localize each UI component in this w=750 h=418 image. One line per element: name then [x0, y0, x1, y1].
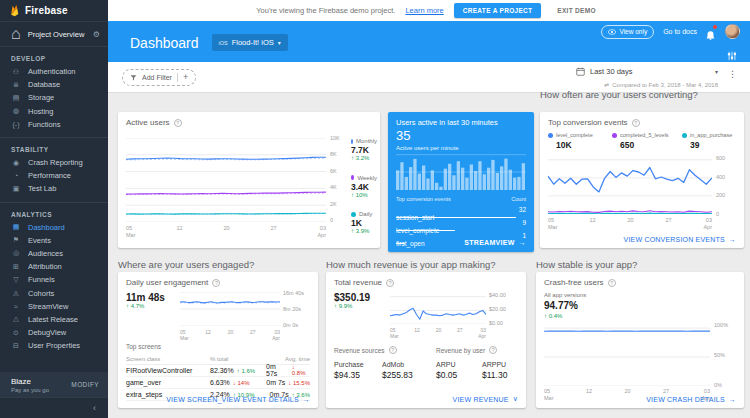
y-tick: 8m 20s — [283, 306, 309, 312]
sidebar-item-cohorts[interactable]: ◬Cohorts — [0, 286, 108, 299]
sidebar-item-functions[interactable]: (-)Functions — [0, 118, 108, 131]
x-tick: 20 — [627, 217, 633, 230]
help-icon[interactable]: ? — [389, 346, 397, 354]
revenue-delta: ↑ 9.9% — [334, 303, 370, 309]
x-tick: 12 — [589, 217, 595, 230]
nav-label: Test Lab — [28, 184, 56, 193]
help-icon[interactable]: ? — [632, 119, 640, 127]
sidebar-item-crash-reporting[interactable]: ◉Crash Reporting — [0, 156, 108, 169]
help-icon[interactable]: ? — [212, 279, 220, 287]
revenue-card: Total revenue? $350.19 ↑ 9.9% $40.00$20.… — [326, 272, 526, 408]
sidebar-item-project-overview[interactable]: ⌂ Project Overview ⚙ — [0, 22, 108, 47]
sidebar-item-performance[interactable]: ◔Performance — [0, 169, 108, 182]
chevron-down-icon: ∨ — [513, 395, 518, 403]
sidebar-item-dashboard[interactable]: ▦Dashboard — [0, 221, 108, 234]
storage-icon: ▤ — [11, 94, 21, 102]
avg-time: 0m 57s — [266, 363, 289, 377]
chevron-down-icon: ▾ — [715, 68, 718, 75]
help-icon[interactable]: ? — [174, 119, 182, 127]
gear-icon[interactable]: ⚙ — [93, 30, 100, 39]
date-range-selector[interactable]: Last 30 days ▾ — [576, 67, 718, 76]
sidebar-item-streamview[interactable]: ≈StreamView — [0, 300, 108, 313]
realtime-row[interactable]: level_complete 9 — [396, 219, 526, 231]
card-title: Total revenue — [334, 278, 382, 287]
legend-weekly: Weekly 3.4K ↑ 10% — [351, 175, 377, 198]
help-icon[interactable]: ? — [386, 279, 394, 287]
learn-more-link[interactable]: Learn more — [405, 6, 443, 15]
nav-label: DebugView — [28, 328, 66, 337]
sidebar-item-database[interactable]: ≣Database — [0, 78, 108, 91]
sidebar-item-funnels[interactable]: ▽Funnels — [0, 273, 108, 286]
streamview-link[interactable]: STREAMVIEW → — [464, 239, 526, 246]
nav-label: Attribution — [28, 262, 62, 271]
create-project-button[interactable]: CREATE A PROJECT — [454, 3, 542, 18]
card-title: Users active in last 30 minutes — [396, 118, 498, 127]
sidebar-item-test-lab[interactable]: ▣Test Lab — [0, 182, 108, 195]
revenue-value: $350.19 — [334, 292, 370, 303]
pct-total: 6.63% — [210, 379, 230, 386]
legend-value: 7.7K — [351, 145, 377, 155]
exit-demo-button[interactable]: EXIT DEMO — [551, 3, 601, 18]
screen-class: FIRootViewController — [126, 367, 210, 374]
notification-dot — [713, 25, 717, 29]
link-label: STREAMVIEW — [464, 239, 514, 246]
account-avatar[interactable] — [725, 24, 740, 39]
help-icon[interactable]: ? — [608, 279, 616, 287]
firebase-logo-row[interactable]: Firebase — [0, 0, 108, 22]
view-crash-details-link[interactable]: VIEW CRASH DETAILS → — [646, 396, 736, 403]
y-tick: $0.00 — [489, 320, 517, 326]
compare-range: ⇄ Compared to Feb 3, 2018 - Mar 4, 2018 — [604, 81, 718, 88]
sidebar-item-debugview[interactable]: ⊙DebugView — [0, 326, 108, 339]
nav-label: Events — [28, 236, 51, 245]
view-screen-view-details-link[interactable]: VIEW SCREEN_VIEW EVENT DETAILS → — [166, 396, 310, 403]
overflow-menu-button[interactable]: ⋮ — [728, 69, 737, 79]
tune-icon — [727, 51, 737, 61]
realtime-row[interactable]: session_start 32 — [396, 206, 526, 218]
nav-label: StreamView — [28, 302, 68, 311]
sidebar-item-authentication[interactable]: ⚇Authentication — [0, 65, 108, 78]
firebase-flame-icon — [10, 5, 19, 17]
y-tick: 0% — [714, 382, 734, 388]
nav-label: Functions — [28, 120, 61, 129]
realtime-table-header: Top conversion events Count — [396, 196, 526, 202]
view-conversion-events-link[interactable]: VIEW CONVERSION EVENTS → — [624, 236, 736, 243]
sidebar-item-hosting[interactable]: ◍Hosting — [0, 105, 108, 118]
help-icon[interactable]: ? — [489, 346, 497, 354]
x-tick: 03 Apr — [703, 217, 712, 230]
plan-modify-button[interactable]: MODIFY — [71, 381, 99, 388]
y-tick: 0 — [330, 217, 346, 223]
link-label: VIEW REVENUE — [453, 396, 509, 403]
x-tick: 27 — [270, 225, 276, 238]
sidebar-item-events[interactable]: ⚑Events — [0, 234, 108, 247]
legend-label: Daily — [359, 211, 372, 217]
app-selector[interactable]: iOS Flood-It! iOS ▾ — [212, 34, 288, 51]
link-label: VIEW SCREEN_VIEW EVENT DETAILS — [166, 396, 299, 403]
legend-label: level_complete — [556, 132, 593, 138]
add-filter-button[interactable]: Add Filter + — [122, 69, 196, 86]
collapse-chevron-icon: ‹ — [93, 403, 96, 413]
active-users-card: Active users? 10K8K6K4K2K0 05 Mar1220270… — [118, 112, 380, 248]
view-revenue-link[interactable]: VIEW REVENUE ∨ — [453, 395, 518, 403]
sidebar-item-storage[interactable]: ▤Storage — [0, 91, 108, 104]
col-header: Top conversion events — [396, 196, 451, 202]
card-title: Active users — [126, 118, 170, 127]
section-heading-converting: How often are your users converting? — [540, 89, 698, 100]
sidebar-item-audiences[interactable]: ◎Audiences — [0, 247, 108, 260]
event-count: 9 — [522, 219, 526, 226]
legend-dot — [612, 133, 617, 138]
y-tick: 0 — [716, 211, 734, 217]
demo-banner: You're viewing the Firebase demo project… — [108, 0, 750, 22]
sidebar-collapse[interactable]: ‹ — [0, 397, 108, 418]
nav-label: Database — [28, 80, 60, 89]
sidebar-item-user-properties[interactable]: ⊟User Properties — [0, 339, 108, 352]
go-to-docs-link[interactable]: Go to docs — [663, 28, 697, 35]
legend-dot — [351, 175, 354, 180]
sidebar-item-attribution[interactable]: ⊞Attribution — [0, 260, 108, 273]
view-only-badge[interactable]: View only — [601, 25, 654, 39]
sidebar-item-latest-release[interactable]: △Latest Release — [0, 313, 108, 326]
link-label: VIEW CRASH DETAILS — [646, 396, 725, 403]
notifications-button[interactable] — [706, 26, 716, 37]
engagement-chart — [180, 292, 280, 326]
page-header: View only Go to docs Dashboard iOS Flood… — [108, 21, 750, 62]
legend-delta: ↑ 10% — [351, 192, 377, 198]
